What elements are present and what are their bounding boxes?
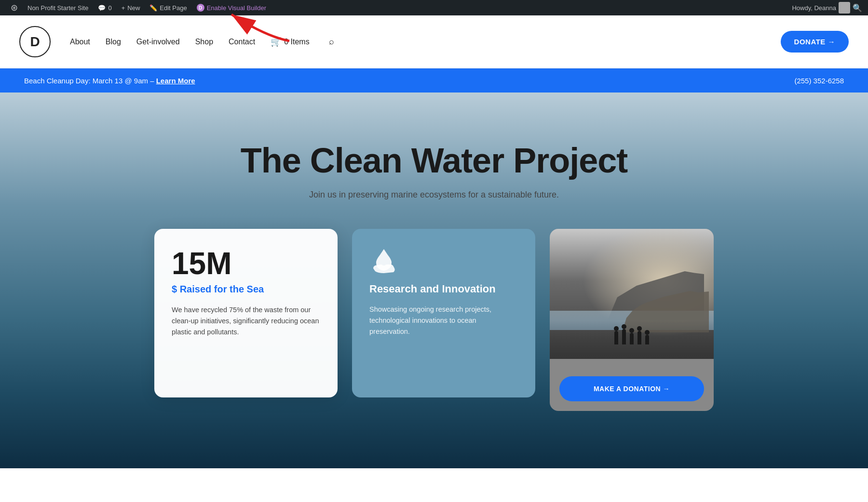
donate-button[interactable]: DONATE →	[781, 31, 849, 53]
hero-title: The Clean Water Project	[241, 141, 628, 180]
research-title: Research and Innovation	[369, 282, 518, 296]
logo-letter: D	[30, 34, 40, 50]
main-header: D About Blog Get-involved Shop Contact 🛒…	[0, 15, 868, 68]
new-item[interactable]: + New	[117, 0, 145, 15]
logo-container[interactable]: D	[19, 26, 51, 57]
research-card: Research and Innovation Showcasing ongoi…	[352, 229, 535, 397]
comments-item[interactable]: 💬 0	[93, 0, 116, 15]
water-drop-icon	[369, 248, 518, 275]
announcement-phone: (255) 352-6258	[794, 77, 844, 85]
stat-description: We have recycled 75% of the waste from o…	[172, 304, 320, 338]
plus-icon: +	[122, 4, 125, 12]
make-donation-label: MAKE A DONATION →	[594, 385, 670, 393]
hillside	[622, 284, 709, 332]
comment-icon: 💬	[98, 4, 106, 12]
hero-subtitle: Join us in preserving marine ecosystems …	[309, 190, 559, 200]
edit-page-label: Edit Page	[160, 4, 187, 12]
header-search-icon[interactable]: ⌕	[329, 37, 334, 47]
research-text: Showcasing ongoing research projects, te…	[369, 304, 518, 338]
person-3	[630, 333, 634, 344]
person-silhouettes	[614, 329, 649, 344]
arrow-annotation	[222, 2, 299, 47]
nav-about[interactable]: About	[70, 38, 90, 46]
divi-icon: D	[197, 4, 204, 12]
howdy-text: Howdy, Deanna	[792, 4, 836, 12]
new-label: New	[127, 4, 140, 12]
stat-number: 15M	[172, 248, 320, 279]
phone-number: (255) 352-6258	[794, 77, 844, 85]
stat-label: $ Raised for the Sea	[172, 284, 320, 295]
coastal-photo	[550, 229, 714, 359]
make-donation-button[interactable]: MAKE A DONATION →	[559, 376, 704, 401]
site-logo[interactable]: D	[19, 26, 51, 57]
nav-blog[interactable]: Blog	[106, 38, 121, 46]
site-name[interactable]: Non Profit Starter Site	[23, 0, 93, 15]
image-card: MAKE A DONATION →	[550, 229, 714, 411]
admin-bar-right: Howdy, Deanna 🔍	[792, 2, 862, 13]
admin-bar: ⊛ Non Profit Starter Site 💬 0 + New ✏️ E…	[0, 0, 868, 15]
announcement-text: Beach Cleanup Day: March 13 @ 9am – Lear…	[24, 77, 195, 85]
site-name-label: Non Profit Starter Site	[27, 4, 88, 12]
hero-section: The Clean Water Project Join us in prese…	[0, 92, 868, 468]
wordpress-logo[interactable]: ⊛	[6, 0, 23, 15]
avatar	[839, 2, 850, 13]
search-icon[interactable]: 🔍	[853, 3, 862, 13]
announcement-bar: Beach Cleanup Day: March 13 @ 9am – Lear…	[0, 68, 868, 92]
edit-page-item[interactable]: ✏️ Edit Page	[145, 0, 191, 15]
wordpress-icon: ⊛	[11, 2, 18, 13]
image-card-footer: MAKE A DONATION →	[550, 359, 714, 411]
edit-icon: ✏️	[149, 4, 157, 12]
cards-row: 15M $ Raised for the Sea We have recycle…	[145, 229, 723, 411]
person-1	[614, 331, 618, 344]
stat-card: 15M $ Raised for the Sea We have recycle…	[154, 229, 338, 397]
announcement-message: Beach Cleanup Day: March 13 @ 9am –	[24, 77, 154, 85]
person-2	[622, 329, 626, 344]
nav-get-involved[interactable]: Get-involved	[136, 38, 180, 46]
donate-label: DONATE →	[794, 38, 835, 46]
comments-count: 0	[108, 4, 111, 12]
person-5	[645, 335, 649, 344]
main-nav: About Blog Get-involved Shop Contact 🛒 0…	[70, 37, 761, 47]
person-4	[637, 331, 641, 344]
learn-more-link[interactable]: Learn More	[156, 77, 195, 85]
nav-shop[interactable]: Shop	[195, 38, 213, 46]
